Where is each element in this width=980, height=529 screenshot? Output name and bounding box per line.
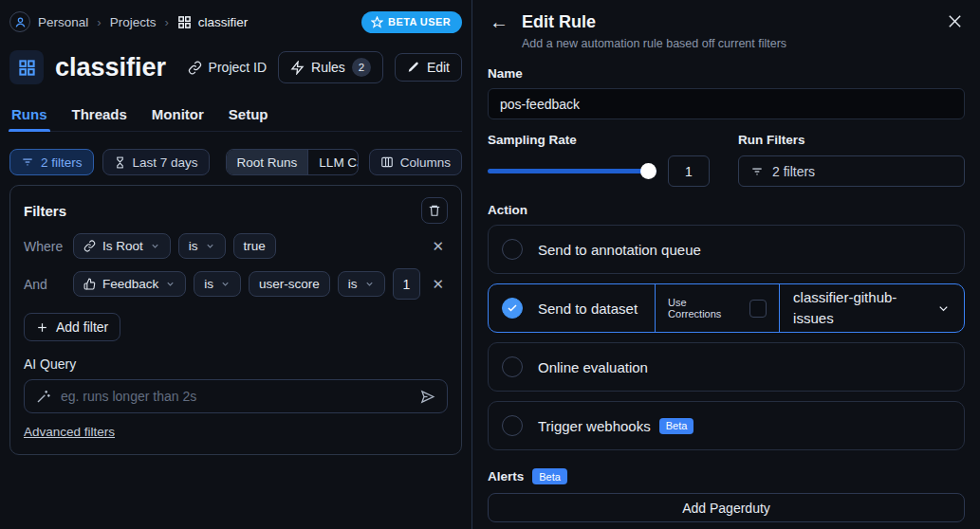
ai-query-inputwrap	[24, 379, 448, 413]
slider-track	[488, 169, 656, 173]
filters-panel-title: Filters	[24, 203, 66, 219]
run-type-segmented-control: Root Runs LLM Calls All R	[226, 149, 359, 175]
filter-key-chip[interactable]: user-score	[249, 271, 330, 297]
send-icon	[419, 389, 435, 405]
add-filter-button[interactable]: Add filter	[24, 313, 120, 341]
sampling-rate-slider[interactable]	[488, 155, 656, 187]
action-option-online-evaluation[interactable]: Online evaluation	[488, 342, 965, 392]
tab-setup[interactable]: Setup	[229, 100, 268, 131]
filter-prefix: And	[24, 277, 65, 292]
action-option-trigger-webhooks[interactable]: Trigger webhooks Beta	[488, 401, 965, 450]
runs-toolbar: 2 filters Last 7 days Root Runs LLM Call…	[9, 149, 462, 175]
chevron-down-icon	[364, 279, 375, 289]
edit-button[interactable]: Edit	[395, 53, 462, 82]
breadcrumb-current[interactable]: classifier	[177, 15, 249, 29]
radio-unselected[interactable]	[502, 356, 523, 377]
app-root: Personal › Projects › classifier BETA US…	[0, 0, 980, 529]
project-grid-icon	[9, 50, 44, 84]
name-label: Name	[488, 66, 965, 81]
filter-field-dropdown[interactable]: Feedback	[73, 271, 186, 297]
grid-icon	[177, 15, 192, 29]
filters-panel: Filters Where Is Root is true ✕	[9, 185, 462, 455]
run-filters-label: Run Filters	[738, 133, 965, 147]
drawer-subtitle: Add a new automation rule based off curr…	[522, 37, 786, 50]
beta-badge: Beta	[659, 418, 694, 434]
filter-prefix: Where	[24, 239, 65, 254]
add-pagerduty-button[interactable]: Add Pagerduty	[488, 493, 965, 522]
action-label: Action	[488, 203, 965, 217]
magic-wand-icon	[36, 389, 51, 404]
segment-llm-calls[interactable]: LLM Calls	[308, 150, 358, 174]
chevron-down-icon	[220, 279, 231, 289]
check-icon	[507, 302, 518, 314]
chevron-right-icon: ›	[164, 15, 168, 29]
columns-icon	[380, 155, 394, 169]
columns-button[interactable]: Columns	[369, 149, 462, 175]
close-icon[interactable]	[945, 11, 965, 31]
segment-root-runs[interactable]: Root Runs	[227, 150, 309, 174]
radio-unselected[interactable]	[502, 239, 523, 260]
radio-selected[interactable]	[502, 298, 523, 319]
filter-value-input[interactable]: 1	[393, 268, 421, 300]
beta-badge: Beta	[532, 468, 567, 484]
chevron-down-icon	[165, 279, 176, 289]
sampling-rate-label: Sampling Rate	[488, 133, 717, 147]
clear-filters-button[interactable]	[421, 197, 448, 224]
advanced-filters-link[interactable]: Advanced filters	[24, 425, 115, 439]
filter-row-1: Where Is Root is true ✕	[24, 233, 448, 259]
tab-monitor[interactable]: Monitor	[152, 100, 204, 131]
filters-toggle-button[interactable]: 2 filters	[9, 149, 94, 175]
chevron-right-icon: ›	[97, 15, 101, 29]
filter-value-chip[interactable]: true	[233, 233, 276, 259]
breadcrumb-projects[interactable]: Projects	[110, 15, 157, 29]
action-option-send-to-dataset[interactable]: Send to dataset Use Corrections classifi…	[488, 283, 965, 333]
plus-icon	[36, 321, 48, 334]
filter-icon	[750, 165, 764, 178]
edit-rule-drawer: ← Edit Rule Add a new automation rule ba…	[472, 0, 980, 529]
action-option-annotation-queue[interactable]: Send to annotation queue	[488, 225, 965, 274]
back-arrow-icon[interactable]: ←	[490, 11, 508, 32]
filter-operator-dropdown[interactable]: is	[178, 233, 226, 259]
use-corrections-label: Use Corrections	[668, 297, 740, 319]
filter-operator-dropdown[interactable]: is	[194, 271, 241, 297]
breadcrumb: Personal › Projects › classifier BETA US…	[9, 9, 462, 34]
tab-runs[interactable]: Runs	[11, 100, 47, 131]
run-filters-button[interactable]: 2 filters	[738, 155, 965, 187]
link-icon	[188, 61, 202, 75]
rule-name-input[interactable]	[488, 88, 965, 119]
project-panel: Personal › Projects › classifier BETA US…	[0, 0, 472, 529]
hourglass-icon	[114, 156, 126, 169]
rules-count-badge: 2	[352, 58, 371, 77]
dataset-select[interactable]: classifier-github-issues	[780, 284, 964, 332]
ai-query-input[interactable]	[61, 389, 410, 404]
remove-filter-icon[interactable]: ✕	[428, 276, 448, 293]
page-title: classifier	[55, 53, 188, 82]
link-icon	[83, 240, 96, 252]
chevron-down-icon	[936, 301, 951, 316]
filter-operator-dropdown[interactable]: is	[338, 271, 385, 297]
filter-icon	[21, 155, 34, 169]
tab-threads[interactable]: Threads	[72, 100, 127, 131]
project-id-button[interactable]: Project ID	[188, 60, 267, 75]
drawer-title: Edit Rule	[522, 11, 786, 32]
ai-query-label: AI Query	[24, 356, 448, 372]
user-avatar-icon[interactable]	[9, 11, 30, 32]
remove-filter-icon[interactable]: ✕	[428, 238, 448, 255]
tab-bar: Runs Threads Monitor Setup	[9, 100, 462, 132]
use-corrections-checkbox[interactable]	[749, 300, 767, 318]
lightning-icon	[290, 61, 305, 75]
radio-unselected[interactable]	[502, 415, 523, 436]
beta-user-badge: BETA USER	[361, 11, 462, 33]
thumbs-up-icon	[83, 278, 96, 290]
use-corrections-group: Use Corrections	[655, 284, 780, 332]
slider-thumb[interactable]	[640, 163, 656, 179]
sampling-rate-value[interactable]: 1	[668, 155, 710, 187]
trash-icon	[428, 204, 441, 217]
breadcrumb-personal[interactable]: Personal	[38, 15, 88, 29]
filter-row-2: And Feedback is user-score is 1 ✕	[24, 268, 448, 300]
rules-button[interactable]: Rules 2	[278, 51, 383, 83]
filter-field-dropdown[interactable]: Is Root	[73, 233, 171, 259]
date-range-button[interactable]: Last 7 days	[102, 149, 210, 175]
alerts-label: Alerts	[488, 469, 524, 483]
chevron-down-icon	[150, 241, 160, 251]
